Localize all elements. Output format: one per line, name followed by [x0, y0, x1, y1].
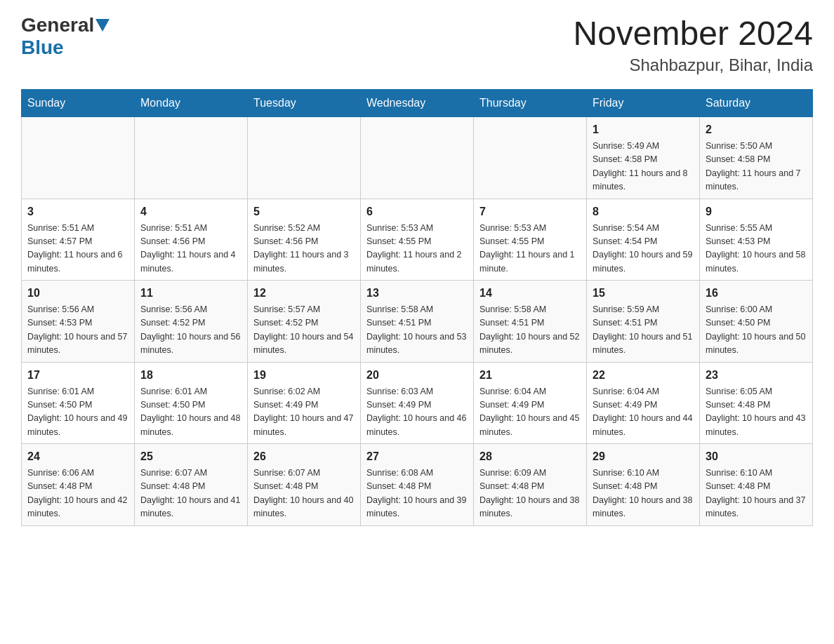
day-info: Sunrise: 6:08 AMSunset: 4:48 PMDaylight:… — [366, 467, 468, 521]
weekday-header: Tuesday — [248, 90, 361, 117]
calendar-cell: 22Sunrise: 6:04 AMSunset: 4:49 PMDayligh… — [587, 362, 700, 444]
calendar-cell: 14Sunrise: 5:58 AMSunset: 4:51 PMDayligh… — [474, 281, 587, 363]
calendar-cell: 6Sunrise: 5:53 AMSunset: 4:55 PMDaylight… — [361, 199, 474, 281]
day-info: Sunrise: 5:53 AMSunset: 4:55 PMDaylight:… — [479, 222, 581, 276]
day-info: Sunrise: 6:07 AMSunset: 4:48 PMDaylight:… — [140, 467, 241, 521]
day-number: 21 — [479, 367, 581, 384]
day-number: 4 — [140, 203, 241, 220]
calendar-cell: 30Sunrise: 6:10 AMSunset: 4:48 PMDayligh… — [700, 444, 813, 526]
calendar-week-row: 3Sunrise: 5:51 AMSunset: 4:57 PMDaylight… — [22, 199, 813, 281]
day-number: 2 — [706, 121, 807, 138]
calendar-cell: 20Sunrise: 6:03 AMSunset: 4:49 PMDayligh… — [361, 362, 474, 444]
day-number: 20 — [366, 367, 468, 384]
day-info: Sunrise: 6:04 AMSunset: 4:49 PMDaylight:… — [593, 385, 694, 440]
calendar-week-row: 10Sunrise: 5:56 AMSunset: 4:53 PMDayligh… — [22, 281, 813, 363]
day-info: Sunrise: 6:04 AMSunset: 4:49 PMDaylight:… — [479, 385, 581, 440]
day-number: 12 — [253, 285, 355, 302]
day-number: 25 — [140, 448, 241, 465]
page-header: General Blue November 2024 Shahbazpur, B… — [21, 14, 813, 75]
weekday-header: Monday — [135, 90, 248, 117]
calendar-cell: 5Sunrise: 5:52 AMSunset: 4:56 PMDaylight… — [248, 199, 361, 281]
calendar-cell: 13Sunrise: 5:58 AMSunset: 4:51 PMDayligh… — [361, 281, 474, 363]
calendar-cell: 19Sunrise: 6:02 AMSunset: 4:49 PMDayligh… — [248, 362, 361, 444]
calendar-cell: 21Sunrise: 6:04 AMSunset: 4:49 PMDayligh… — [474, 362, 587, 444]
day-info: Sunrise: 6:05 AMSunset: 4:48 PMDaylight:… — [706, 385, 807, 440]
day-number: 29 — [593, 448, 694, 465]
calendar-cell: 8Sunrise: 5:54 AMSunset: 4:54 PMDaylight… — [587, 199, 700, 281]
day-number: 28 — [479, 448, 581, 465]
day-number: 17 — [27, 367, 128, 384]
day-number: 26 — [253, 448, 355, 465]
day-info: Sunrise: 5:56 AMSunset: 4:53 PMDaylight:… — [27, 303, 128, 358]
day-number: 3 — [27, 203, 128, 220]
day-info: Sunrise: 5:55 AMSunset: 4:53 PMDaylight:… — [706, 222, 807, 276]
day-number: 1 — [593, 121, 694, 138]
day-number: 7 — [479, 203, 581, 220]
day-info: Sunrise: 5:57 AMSunset: 4:52 PMDaylight:… — [253, 303, 355, 358]
day-info: Sunrise: 5:51 AMSunset: 4:57 PMDaylight:… — [27, 222, 128, 276]
day-number: 13 — [366, 285, 468, 302]
calendar-cell: 12Sunrise: 5:57 AMSunset: 4:52 PMDayligh… — [248, 281, 361, 363]
day-info: Sunrise: 5:58 AMSunset: 4:51 PMDaylight:… — [366, 303, 468, 358]
month-title: November 2024 — [573, 14, 813, 53]
location-title: Shahbazpur, Bihar, India — [573, 55, 813, 75]
day-info: Sunrise: 5:56 AMSunset: 4:52 PMDaylight:… — [140, 303, 241, 358]
day-number: 14 — [479, 285, 581, 302]
weekday-header: Saturday — [700, 90, 813, 117]
calendar-cell: 27Sunrise: 6:08 AMSunset: 4:48 PMDayligh… — [361, 444, 474, 526]
day-info: Sunrise: 5:53 AMSunset: 4:55 PMDaylight:… — [366, 222, 468, 276]
calendar-cell: 17Sunrise: 6:01 AMSunset: 4:50 PMDayligh… — [22, 362, 135, 444]
calendar-cell: 16Sunrise: 6:00 AMSunset: 4:50 PMDayligh… — [700, 281, 813, 363]
calendar-cell — [22, 117, 135, 199]
day-info: Sunrise: 6:00 AMSunset: 4:50 PMDaylight:… — [706, 303, 807, 358]
calendar-cell — [248, 117, 361, 199]
calendar-cell: 4Sunrise: 5:51 AMSunset: 4:56 PMDaylight… — [135, 199, 248, 281]
day-info: Sunrise: 5:49 AMSunset: 4:58 PMDaylight:… — [593, 140, 694, 194]
calendar-cell — [474, 117, 587, 199]
weekday-header: Friday — [587, 90, 700, 117]
day-info: Sunrise: 6:03 AMSunset: 4:49 PMDaylight:… — [366, 385, 468, 440]
logo-triangle-icon — [95, 19, 110, 32]
day-info: Sunrise: 6:01 AMSunset: 4:50 PMDaylight:… — [140, 385, 241, 440]
day-info: Sunrise: 6:10 AMSunset: 4:48 PMDaylight:… — [706, 467, 807, 521]
calendar-cell: 9Sunrise: 5:55 AMSunset: 4:53 PMDaylight… — [700, 199, 813, 281]
day-number: 30 — [706, 448, 807, 465]
day-info: Sunrise: 6:02 AMSunset: 4:49 PMDaylight:… — [253, 385, 355, 440]
day-info: Sunrise: 6:01 AMSunset: 4:50 PMDaylight:… — [27, 385, 128, 440]
calendar-cell: 10Sunrise: 5:56 AMSunset: 4:53 PMDayligh… — [22, 281, 135, 363]
day-number: 8 — [593, 203, 694, 220]
day-number: 11 — [140, 285, 241, 302]
calendar-cell: 25Sunrise: 6:07 AMSunset: 4:48 PMDayligh… — [135, 444, 248, 526]
day-number: 19 — [253, 367, 355, 384]
day-number: 5 — [253, 203, 355, 220]
day-info: Sunrise: 5:54 AMSunset: 4:54 PMDaylight:… — [593, 222, 694, 276]
weekday-header: Thursday — [474, 90, 587, 117]
day-number: 23 — [706, 367, 807, 384]
calendar-cell: 26Sunrise: 6:07 AMSunset: 4:48 PMDayligh… — [248, 444, 361, 526]
calendar-cell: 23Sunrise: 6:05 AMSunset: 4:48 PMDayligh… — [700, 362, 813, 444]
day-info: Sunrise: 6:10 AMSunset: 4:48 PMDaylight:… — [593, 467, 694, 521]
day-number: 24 — [27, 448, 128, 465]
calendar-cell: 3Sunrise: 5:51 AMSunset: 4:57 PMDaylight… — [22, 199, 135, 281]
day-info: Sunrise: 6:09 AMSunset: 4:48 PMDaylight:… — [479, 467, 581, 521]
day-number: 15 — [593, 285, 694, 302]
calendar-cell: 24Sunrise: 6:06 AMSunset: 4:48 PMDayligh… — [22, 444, 135, 526]
weekday-header: Sunday — [22, 90, 135, 117]
weekday-header: Wednesday — [361, 90, 474, 117]
day-info: Sunrise: 5:58 AMSunset: 4:51 PMDaylight:… — [479, 303, 581, 358]
calendar-week-row: 24Sunrise: 6:06 AMSunset: 4:48 PMDayligh… — [22, 444, 813, 526]
calendar-cell: 15Sunrise: 5:59 AMSunset: 4:51 PMDayligh… — [587, 281, 700, 363]
calendar-cell: 2Sunrise: 5:50 AMSunset: 4:58 PMDaylight… — [700, 117, 813, 199]
day-number: 10 — [27, 285, 128, 302]
day-info: Sunrise: 5:50 AMSunset: 4:58 PMDaylight:… — [706, 140, 807, 194]
day-info: Sunrise: 5:51 AMSunset: 4:56 PMDaylight:… — [140, 222, 241, 276]
logo-general-text: General — [21, 14, 94, 36]
day-info: Sunrise: 6:07 AMSunset: 4:48 PMDaylight:… — [253, 467, 355, 521]
calendar-cell: 28Sunrise: 6:09 AMSunset: 4:48 PMDayligh… — [474, 444, 587, 526]
day-info: Sunrise: 5:59 AMSunset: 4:51 PMDaylight:… — [593, 303, 694, 358]
logo-blue-text: Blue — [21, 36, 64, 58]
calendar-table: SundayMondayTuesdayWednesdayThursdayFrid… — [21, 89, 813, 526]
calendar-cell: 7Sunrise: 5:53 AMSunset: 4:55 PMDaylight… — [474, 199, 587, 281]
day-number: 9 — [706, 203, 807, 220]
calendar-week-row: 17Sunrise: 6:01 AMSunset: 4:50 PMDayligh… — [22, 362, 813, 444]
